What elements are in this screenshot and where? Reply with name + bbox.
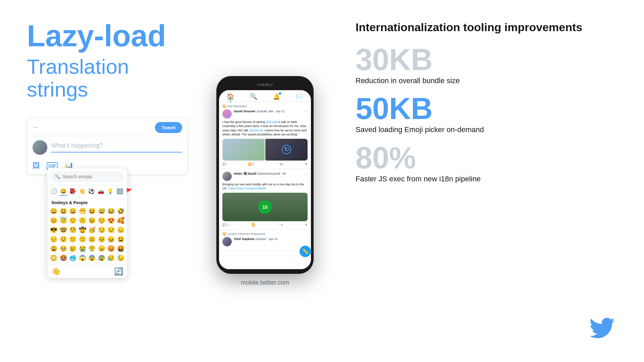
emoji-cold-sweat[interactable]: 😰 (97, 253, 106, 263)
emoji-joy[interactable]: 😂 (107, 206, 116, 216)
emoji-innocent[interactable]: 😇 (59, 216, 68, 225)
emoji-grin[interactable]: 😁 (78, 206, 87, 216)
back-icon[interactable]: ← (33, 124, 39, 131)
emoji-angry[interactable]: 😠 (97, 244, 106, 253)
emoji-nerd[interactable]: 🤓 (59, 225, 68, 235)
emoji-upside-down[interactable]: 🙃 (78, 216, 87, 225)
emoji-weary[interactable]: 😩 (49, 244, 58, 253)
reply-action-2[interactable]: 💬 1 (222, 223, 229, 227)
emoji-relieved[interactable]: 😌 (97, 216, 106, 225)
retweet-action-1[interactable]: 🔁 5 (248, 163, 254, 166)
emoji-recent-icon: 👋 (51, 267, 60, 276)
emoji-hot-face[interactable]: 🥵 (59, 253, 68, 263)
emoji-partying[interactable]: 🥳 (88, 225, 97, 235)
emoji-confounded[interactable]: 😖 (107, 235, 116, 244)
stat-number-30kb: 30KB (356, 45, 617, 75)
tweet-more-icon-2[interactable]: ··· (304, 172, 308, 176)
tweet-images-1: ↻ (222, 139, 308, 161)
stat-number-50kb: 50KB (356, 94, 617, 124)
tweet-header-3: Tulsi Sapkota @tolsee · Apr 13 (222, 237, 308, 246)
emoji-wink[interactable]: 😉 (88, 216, 97, 225)
retweet-action-2[interactable]: 🔁 (251, 223, 255, 227)
emoji-cat-symbols[interactable]: 🔢 (116, 187, 124, 196)
emoji-cursing[interactable]: 🤬 (116, 244, 125, 253)
tweet-meta-1: Sarah Drasner @sarah_edo · Apr 11 (234, 109, 302, 113)
emoji-unamused[interactable]: 😒 (107, 225, 116, 235)
nav-home-icon[interactable]: 🏠 (227, 93, 234, 100)
emoji-cat-flags[interactable]: 🚩 (125, 187, 133, 196)
emoji-sunglasses[interactable]: 😎 (49, 225, 58, 235)
tweet-handle-2: @helenhousandi · 6h (257, 172, 286, 175)
like-action-1[interactable]: ♡ 48 (276, 163, 283, 166)
emoji-disappointed-relieved[interactable]: 😥 (107, 253, 116, 263)
twitter-bird-logo (587, 315, 617, 342)
emoji-slightly-smiling[interactable]: 🙂 (68, 216, 77, 225)
tweet-header-1: Sarah Drasner @sarah_edo · Apr 11 ··· (222, 109, 308, 119)
emoji-rofl[interactable]: 🤣 (116, 206, 125, 216)
emoji-smiling-face-hearts[interactable]: 🥰 (116, 216, 125, 225)
emoji-smirk[interactable]: 😏 (97, 225, 106, 235)
emoji-cowboy[interactable]: 🤠 (78, 225, 87, 235)
emoji-reload-icon[interactable]: 🔄 (114, 267, 123, 276)
emoji-heart-eyes[interactable]: 😍 (107, 216, 116, 225)
stat-number-80pct: 80% (356, 143, 617, 173)
emoji-confused[interactable]: 😕 (68, 235, 77, 244)
emoji-monocle[interactable]: 🧐 (68, 225, 77, 235)
emoji-fearful[interactable]: 😨 (88, 253, 97, 263)
emoji-cold-face[interactable]: 🥶 (68, 253, 77, 263)
emoji-cat-travel[interactable]: 🚗 (97, 187, 105, 196)
like-action-2[interactable]: ♡ 8 (277, 223, 282, 227)
emoji-cat-objects[interactable]: 💡 (106, 187, 114, 196)
share-action-1[interactable]: ⬆ (305, 163, 308, 166)
emoji-rage[interactable]: 😡 (107, 244, 116, 253)
emoji-disappointed[interactable]: 😞 (116, 225, 125, 235)
emoji-row: 😔 😟 😕 🙁 ☹️ 😣 😖 😫 (49, 235, 125, 244)
tweet-button[interactable]: Tweet (155, 122, 182, 133)
emoji-cat-hand[interactable]: 👋 (78, 187, 86, 196)
nav-search-icon[interactable]: 🔍 (250, 93, 257, 100)
emoji-search-input[interactable] (51, 172, 123, 182)
emoji-smiley[interactable]: 😃 (59, 206, 68, 216)
emoji-worried[interactable]: 😟 (59, 235, 68, 244)
emoji-grinning[interactable]: 😀 (49, 206, 58, 216)
emoji-cry[interactable]: 😢 (68, 244, 77, 253)
emoji-sweat-smile[interactable]: 😅 (97, 206, 106, 216)
emoji-flushed[interactable]: 😳 (49, 253, 58, 263)
emoji-persevere[interactable]: 😣 (97, 235, 106, 244)
reply-action-1[interactable]: 💬 (222, 163, 226, 166)
phone-screen: 🏠 🔍 🔔 1 ✉️ 🔁 flaki Retweeted (219, 90, 311, 269)
middle-section: 🏠 🔍 🔔 1 ✉️ 🔁 flaki Retweeted (195, 0, 335, 362)
emoji-smile[interactable]: 😄 (68, 206, 77, 216)
twitter-feed: 🔁 flaki Retweeted Sarah Drasner @sarah_e… (219, 102, 311, 269)
emoji-sweat[interactable]: 😓 (116, 253, 125, 263)
emoji-pleading[interactable]: 🥺 (59, 244, 68, 253)
tweet-text-2: Bringing my new work buddy with me on a … (222, 182, 308, 191)
emoji-frowning[interactable]: ☹️ (88, 235, 97, 244)
share-action-2[interactable]: ⬆ (305, 223, 308, 227)
notification-badge: 1 (279, 92, 281, 95)
emoji-laughing[interactable]: 😆 (88, 206, 97, 216)
stat-desc-3: Faster JS exec from new i18n pipeline (356, 174, 617, 184)
emoji-cat-people[interactable]: 👺 (69, 187, 77, 196)
emoji-pensive[interactable]: 😔 (49, 235, 58, 244)
composer-input-field[interactable]: What's happening? (51, 142, 182, 153)
emoji-cat-smileys[interactable]: 😀 (59, 187, 67, 196)
emoji-cat-sports[interactable]: ⚽ (88, 187, 96, 196)
emoji-tired[interactable]: 😫 (116, 235, 125, 244)
nav-notifications-icon[interactable]: 🔔 1 (273, 93, 280, 100)
emoji-slightly-frowning[interactable]: 🙁 (78, 235, 87, 244)
nav-messages-icon[interactable]: ✉️ (296, 93, 303, 100)
emoji-scream[interactable]: 😱 (78, 253, 87, 263)
phone-mockup: 🏠 🔍 🔔 1 ✉️ 🔁 flaki Retweeted (216, 76, 314, 274)
emoji-cat-recent[interactable]: 🕐 (50, 187, 58, 196)
image-icon[interactable]: 🖼 (33, 162, 40, 170)
emoji-blush[interactable]: 😊 (49, 216, 58, 225)
emoji-triumph[interactable]: 😤 (88, 244, 97, 253)
emoji-row: 😊 😇 🙂 🙃 😉 😌 😍 🥰 (49, 216, 125, 225)
stat-block-3: 80% Faster JS exec from new i18n pipelin… (356, 143, 617, 184)
tweet-more-icon[interactable]: ··· (304, 109, 308, 114)
emoji-sob[interactable]: 😭 (78, 244, 87, 253)
sub-title: Translation strings (27, 55, 174, 101)
i18n-title: Internationalization tooling improvement… (356, 20, 617, 35)
fab-compose-button[interactable]: ✏️ (300, 246, 311, 257)
